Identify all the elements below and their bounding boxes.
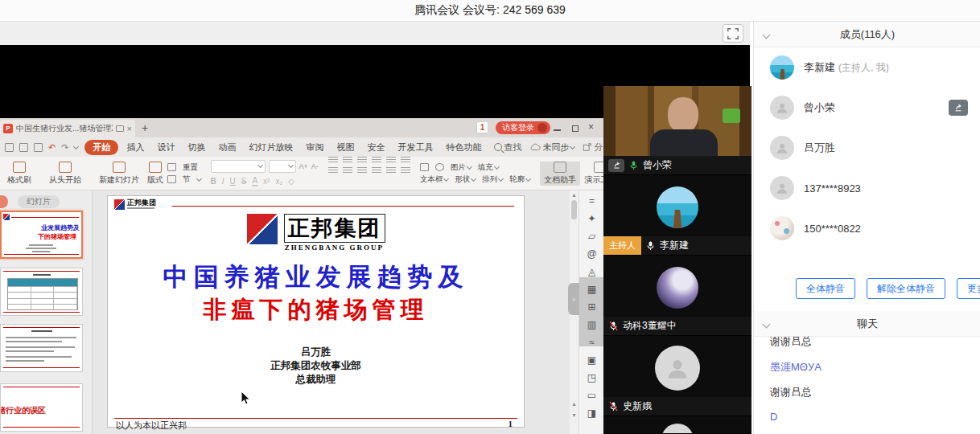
rail-pyramid-icon[interactable]: ◬ — [579, 266, 603, 277]
slide-thumbnail-4[interactable]: 养猪行业的误区 — [0, 383, 83, 432]
menu-view[interactable]: 视图 — [330, 140, 360, 155]
align-center-icon[interactable] — [343, 167, 352, 174]
indent-decrease-icon[interactable] — [357, 157, 367, 164]
picture-button[interactable]: 图片 — [451, 162, 471, 173]
sync-status[interactable]: 未同步 — [529, 141, 574, 154]
print-icon[interactable] — [19, 143, 28, 152]
redo-icon[interactable]: ↷ — [61, 143, 68, 152]
rail-image-icon[interactable]: ▣ — [579, 354, 603, 366]
superscript-button[interactable]: x² — [263, 177, 270, 186]
rail-export-icon[interactable]: ◳ — [579, 372, 603, 383]
guest-login-button[interactable]: 访客登录 — [496, 121, 550, 134]
arrange-button[interactable]: 排列 — [482, 174, 503, 185]
font-bigger-button[interactable]: A+ — [299, 162, 308, 170]
shape-icon[interactable] — [435, 163, 444, 171]
font-smaller-button[interactable]: A- — [311, 162, 319, 170]
menu-transition[interactable]: 切换 — [181, 140, 212, 155]
menu-security[interactable]: 安全 — [360, 140, 391, 155]
indent-increase-icon[interactable] — [372, 157, 381, 164]
rail-window-icon[interactable]: ▭ — [579, 390, 603, 401]
rail-media-icon[interactable]: ◨ — [579, 407, 603, 419]
rail-mention-icon[interactable]: @ — [579, 248, 603, 260]
menu-animation[interactable]: 动画 — [212, 140, 242, 155]
collapse-chat-icon[interactable] — [763, 321, 771, 329]
italic-button[interactable]: I — [222, 177, 224, 186]
save-icon[interactable] — [5, 143, 14, 152]
rail-table-icon[interactable]: ▦ — [579, 284, 603, 295]
slide-thumbnail-3[interactable] — [0, 324, 83, 372]
share-button[interactable]: 分享 — [583, 141, 603, 154]
minimize-button[interactable] — [554, 129, 561, 131]
mute-all-button[interactable]: 全体静音 — [796, 278, 855, 299]
outline-tab-partial[interactable] — [0, 195, 8, 208]
rail-tuning-icon[interactable]: ≈ — [579, 337, 603, 348]
fill-button[interactable]: 填充 — [478, 162, 499, 173]
menu-review[interactable]: 审阅 — [299, 140, 330, 155]
menu-insert[interactable]: 插入 — [120, 140, 150, 155]
member-row[interactable]: 李新建 (主持人, 我) — [754, 47, 980, 88]
chat-message-list[interactable]: 谢谢吕总 墨涯ΜΘУΑ 谢谢吕总 D 谢谢吕总! ▏ — [754, 338, 980, 434]
align-justify-icon[interactable] — [372, 167, 381, 174]
member-row[interactable]: 吕万胜 — [754, 128, 980, 168]
subscript-button[interactable]: x₂ — [275, 177, 282, 186]
video-tile-shixine[interactable]: 史新娥 — [603, 336, 751, 416]
bullet-list-icon[interactable] — [328, 157, 338, 164]
slide-thumbnail-1[interactable]: 业发展趋势及 下的猪场管理 — [0, 211, 83, 259]
text-box-button[interactable]: 文本框 — [420, 174, 449, 185]
new-tab-button[interactable]: + — [142, 121, 148, 134]
columns-icon[interactable] — [386, 167, 396, 174]
preview-icon[interactable] — [34, 143, 43, 152]
number-list-icon[interactable] — [343, 157, 352, 164]
underline-button[interactable]: U — [230, 177, 236, 186]
tab-close-icon[interactable]: × — [127, 125, 132, 133]
find-button[interactable]: 查找 — [494, 141, 521, 154]
doc-assistant-button[interactable]: 文档助手 — [540, 162, 580, 186]
scroll-up-icon[interactable]: ▲ — [571, 192, 577, 198]
align-left-icon[interactable] — [328, 167, 338, 174]
line-spacing-icon[interactable] — [386, 157, 396, 164]
video-tile-dongyaozhong[interactable]: 动科3董耀中 — [603, 256, 751, 336]
font-family-select[interactable] — [211, 160, 266, 173]
menu-features[interactable]: 特色功能 — [439, 140, 488, 155]
slide-canvas[interactable]: 正邦集团 正邦集团 ZHENGBANG GROUP 中国养猪业发展趋势及 非瘟 — [107, 195, 525, 428]
menu-devtools[interactable]: 开发工具 — [391, 140, 439, 155]
format-painter-button[interactable]: 格式刷 — [3, 162, 35, 186]
shape-button[interactable]: 形状 — [455, 174, 476, 185]
bold-button[interactable]: B — [211, 177, 216, 186]
close-button[interactable]: × — [588, 121, 594, 133]
next-slide-icon[interactable]: ▼ — [571, 412, 577, 418]
notification-badge[interactable]: 1 — [476, 121, 488, 133]
menu-home[interactable]: 开始 — [84, 140, 118, 155]
rail-collapse-tab[interactable]: › — [568, 283, 579, 315]
quick-access-caret-icon[interactable] — [73, 143, 79, 149]
scrollbar-thumb[interactable] — [571, 200, 577, 219]
align-right-icon[interactable] — [357, 167, 367, 174]
highlight-button[interactable]: ◇ — [288, 177, 294, 186]
video-tile-zengxiaorong[interactable]: 曾小荣 — [603, 86, 751, 175]
align-distribute-icon[interactable] — [401, 167, 410, 174]
reset-button[interactable]: 重置 — [167, 162, 201, 173]
restore-button[interactable] — [572, 125, 579, 132]
menu-slideshow[interactable]: 幻灯片放映 — [242, 140, 299, 155]
outline-button[interactable]: 轮廓 — [509, 174, 530, 185]
text-direction-icon[interactable] — [401, 157, 410, 164]
rail-shape-icon[interactable]: ▱ — [579, 231, 603, 242]
section-button[interactable]: 节 — [167, 174, 201, 185]
member-row[interactable]: 137****8923 — [754, 168, 980, 208]
unmute-all-button[interactable]: 解除全体静音 — [867, 278, 945, 299]
rail-handle-icon[interactable]: = — [579, 195, 603, 207]
undo-icon[interactable]: ↶ — [48, 143, 56, 152]
rail-effects-icon[interactable]: ✦ — [579, 213, 603, 224]
text-box-icon[interactable] — [420, 163, 429, 171]
font-color-button[interactable]: A — [252, 176, 257, 186]
more-button[interactable]: 更多 — [957, 278, 980, 299]
slides-tab[interactable]: 幻灯片 — [18, 195, 60, 208]
present-tools-button[interactable]: 演示工具 — [580, 162, 603, 186]
collapse-members-icon[interactable] — [763, 31, 771, 39]
video-tile-partial[interactable] — [603, 416, 751, 434]
play-from-start-button[interactable]: 从头开始 — [45, 162, 85, 186]
font-size-select[interactable] — [269, 160, 296, 173]
prev-slide-icon[interactable]: ▲ — [571, 401, 577, 407]
fullscreen-button[interactable] — [723, 24, 743, 43]
member-row[interactable]: 150****0822 — [754, 208, 980, 248]
